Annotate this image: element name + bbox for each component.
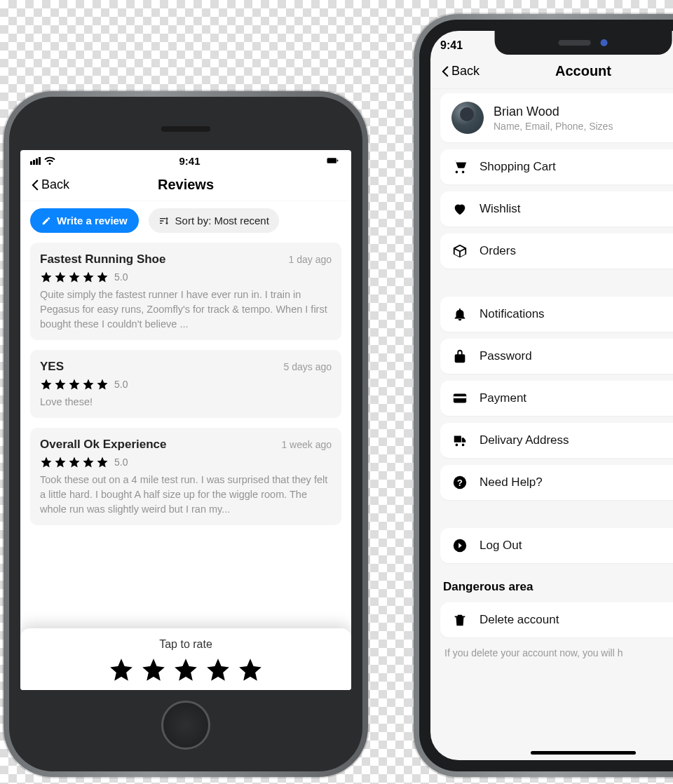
- phone1-bezel: 9:41 Back Reviews Write a review: [9, 97, 362, 771]
- review-rating: 5.0: [40, 378, 332, 391]
- lock-icon: [451, 349, 468, 364]
- nav-header: Back Reviews: [20, 168, 351, 201]
- phone-account: 9:41 Back Account Brian Wood Name, Email…: [414, 14, 673, 777]
- row-label: Log Out: [480, 539, 522, 553]
- phone2-bezel: 9:41 Back Account Brian Wood Name, Email…: [419, 20, 673, 771]
- avatar: [451, 102, 484, 134]
- review-time: 1 week ago: [281, 439, 332, 450]
- reviews-list[interactable]: Fastest Running Shoe 1 day ago 5.0: [20, 243, 351, 690]
- row-log-out[interactable]: Log Out: [440, 528, 673, 563]
- pencil-icon: [41, 216, 51, 226]
- sort-button[interactable]: Sort by: Most recent: [149, 208, 279, 233]
- review-title: Fastest Running Shoe: [40, 252, 165, 266]
- review-body: Quite simply the fastest runner I have e…: [40, 288, 332, 332]
- home-indicator[interactable]: [531, 751, 636, 755]
- write-review-label: Write a review: [57, 215, 128, 227]
- home-button[interactable]: [161, 701, 210, 750]
- review-title: YES: [40, 360, 64, 374]
- actions-row: Write a review Sort by: Most recent: [20, 201, 351, 243]
- sort-icon: [158, 215, 170, 227]
- sort-label: Sort by: Most recent: [175, 215, 269, 227]
- page-title: Account: [555, 63, 611, 79]
- row-label: Delivary Address: [480, 433, 569, 447]
- review-rating: 5.0: [40, 271, 332, 283]
- row-label: Notifications: [480, 307, 545, 321]
- heart-icon: [451, 201, 468, 217]
- row-label: Shopping Cart: [480, 160, 556, 174]
- row-label: Password: [480, 349, 532, 363]
- rating-input[interactable]: [20, 656, 351, 683]
- back-label: Back: [451, 64, 480, 79]
- row-label: Wishlist: [480, 202, 521, 216]
- row-payment[interactable]: Payment: [440, 381, 673, 416]
- star-icon: [40, 271, 109, 283]
- review-time: 1 day ago: [289, 254, 332, 265]
- account-list[interactable]: Brian Wood Name, Email, Phone, Sizes Sho…: [430, 89, 673, 687]
- profile-subtitle: Name, Email, Phone, Sizes: [494, 121, 613, 132]
- cell-signal-icon: [30, 157, 41, 165]
- back-button[interactable]: Back: [437, 53, 480, 88]
- reviews-screen: 9:41 Back Reviews Write a review: [20, 150, 351, 690]
- row-wishlist[interactable]: Wishlist: [440, 191, 673, 227]
- page-title: Reviews: [158, 177, 214, 193]
- write-review-button[interactable]: Write a review: [30, 208, 139, 233]
- phone-notch: [495, 31, 672, 55]
- row-password[interactable]: Password: [440, 339, 673, 374]
- logout-icon: [451, 538, 468, 553]
- back-label: Back: [41, 177, 69, 192]
- box-icon: [451, 243, 468, 259]
- delete-account-subtext: If you delete your account now, you will…: [440, 644, 673, 658]
- review-score: 5.0: [114, 379, 128, 390]
- review-body: Love these!: [40, 395, 332, 410]
- status-time: 9:41: [179, 155, 200, 167]
- back-button[interactable]: Back: [27, 168, 69, 201]
- review-card[interactable]: Overall Ok Experience 1 week ago 5.0: [30, 428, 341, 525]
- review-title: Overall Ok Experience: [40, 438, 167, 452]
- row-label: Delete account: [480, 613, 559, 627]
- cart-icon: [451, 159, 468, 175]
- star-icon[interactable]: [205, 656, 231, 683]
- row-delivery-address[interactable]: Delivary Address: [440, 423, 673, 458]
- dangerous-area-label: Dangerous area: [440, 570, 673, 595]
- phone1-bottom-bezel: [20, 690, 351, 760]
- tap-to-rate-panel: Tap to rate: [20, 628, 351, 690]
- status-time: 9:41: [440, 39, 463, 52]
- row-notifications[interactable]: Notifications: [440, 297, 673, 332]
- row-delete-account[interactable]: Delete account: [440, 602, 673, 637]
- star-icon[interactable]: [108, 656, 135, 683]
- review-rating: 5.0: [40, 456, 332, 468]
- row-need-help[interactable]: Need Help?: [440, 465, 673, 500]
- review-card[interactable]: Fastest Running Shoe 1 day ago 5.0: [30, 243, 341, 340]
- card-icon: [451, 391, 468, 406]
- account-screen: 9:41 Back Account Brian Wood Name, Email…: [430, 31, 673, 760]
- review-score: 5.0: [114, 457, 128, 468]
- profile-name: Brian Wood: [494, 104, 613, 119]
- chevron-left-icon: [437, 63, 453, 79]
- phone-reviews: 9:41 Back Reviews Write a review: [4, 91, 368, 777]
- star-icon[interactable]: [140, 656, 167, 683]
- profile-row[interactable]: Brian Wood Name, Email, Phone, Sizes: [440, 93, 673, 142]
- star-icon[interactable]: [172, 656, 199, 683]
- wifi-icon: [43, 154, 56, 167]
- star-icon: [40, 378, 109, 391]
- star-icon[interactable]: [237, 656, 264, 683]
- truck-icon: [451, 433, 468, 448]
- review-score: 5.0: [114, 271, 128, 283]
- row-shopping-cart[interactable]: Shopping Cart: [440, 149, 673, 184]
- help-icon: [451, 475, 468, 490]
- review-card[interactable]: YES 5 days ago 5.0 Love these!: [30, 350, 341, 418]
- status-bar: 9:41: [20, 150, 351, 168]
- trash-icon: [451, 612, 468, 628]
- review-time: 5 days ago: [284, 361, 332, 372]
- battery-icon: [323, 154, 341, 167]
- row-label: Orders: [480, 244, 516, 258]
- phone1-top-bezel: [20, 108, 351, 150]
- star-icon: [40, 456, 109, 468]
- phone1-speaker: [161, 126, 210, 132]
- row-orders[interactable]: Orders: [440, 234, 673, 269]
- chevron-left-icon: [27, 177, 43, 192]
- nav-header: Back Account: [430, 53, 673, 89]
- bell-icon: [451, 306, 468, 322]
- row-label: Need Help?: [480, 475, 543, 489]
- review-body: Took these out on a 4 mile test run. I w…: [40, 473, 332, 517]
